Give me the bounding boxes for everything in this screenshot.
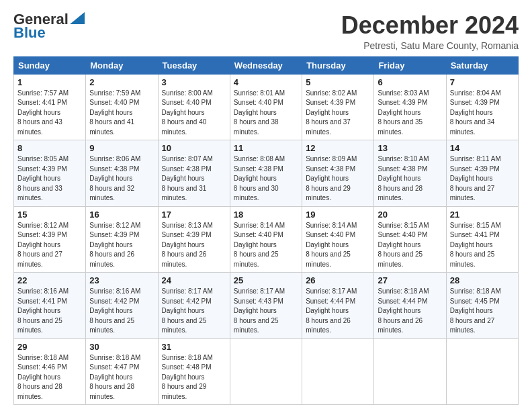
- day-number: 29: [17, 342, 82, 352]
- calendar-cell: 9 Sunrise: 8:06 AMSunset: 4:38 PMDayligh…: [86, 140, 158, 207]
- weekday-header-friday: Friday: [374, 56, 446, 74]
- day-number: 16: [89, 210, 154, 220]
- calendar-cell: 12 Sunrise: 8:09 AMSunset: 4:38 PMDaylig…: [302, 140, 374, 207]
- calendar-week-2: 8 Sunrise: 8:05 AMSunset: 4:39 PMDayligh…: [14, 140, 519, 207]
- day-info: Sunrise: 8:07 AMSunset: 4:38 PMDaylight …: [162, 155, 213, 201]
- day-number: 22: [17, 275, 82, 285]
- calendar-cell: 28 Sunrise: 8:18 AMSunset: 4:45 PMDaylig…: [446, 273, 518, 339]
- calendar-cell: [230, 338, 302, 405]
- title-block: December 2024 Petresti, Satu Mare County…: [341, 12, 519, 51]
- day-info: Sunrise: 8:11 AMSunset: 4:39 PMDaylight …: [450, 155, 501, 201]
- day-number: 27: [378, 275, 442, 285]
- calendar-cell: [374, 338, 446, 405]
- day-info: Sunrise: 8:15 AMSunset: 4:40 PMDaylight …: [378, 222, 429, 268]
- calendar-cell: 5 Sunrise: 8:02 AMSunset: 4:39 PMDayligh…: [302, 74, 374, 140]
- calendar-cell: 13 Sunrise: 8:10 AMSunset: 4:38 PMDaylig…: [374, 140, 446, 207]
- day-info: Sunrise: 8:09 AMSunset: 4:38 PMDaylight …: [306, 155, 357, 201]
- day-info: Sunrise: 8:18 AMSunset: 4:46 PMDaylight …: [17, 354, 69, 400]
- day-number: 18: [234, 210, 298, 220]
- weekday-header-monday: Monday: [86, 56, 158, 74]
- day-number: 5: [306, 77, 370, 87]
- day-info: Sunrise: 8:04 AMSunset: 4:39 PMDaylight …: [450, 89, 501, 136]
- day-info: Sunrise: 7:59 AMSunset: 4:40 PMDaylight …: [89, 89, 140, 136]
- day-info: Sunrise: 8:15 AMSunset: 4:41 PMDaylight …: [450, 222, 501, 268]
- day-number: 4: [234, 77, 298, 87]
- calendar-week-4: 22 Sunrise: 8:16 AMSunset: 4:41 PMDaylig…: [14, 273, 519, 339]
- calendar-cell: 30 Sunrise: 8:18 AMSunset: 4:47 PMDaylig…: [86, 338, 158, 405]
- logo-icon: [70, 12, 85, 24]
- day-info: Sunrise: 8:01 AMSunset: 4:40 PMDaylight …: [234, 89, 285, 136]
- day-number: 6: [378, 77, 442, 87]
- day-info: Sunrise: 8:12 AMSunset: 4:39 PMDaylight …: [89, 222, 140, 268]
- day-number: 26: [306, 275, 370, 285]
- calendar-cell: 8 Sunrise: 8:05 AMSunset: 4:39 PMDayligh…: [14, 140, 86, 207]
- day-number: 30: [89, 342, 154, 352]
- day-info: Sunrise: 8:05 AMSunset: 4:39 PMDaylight …: [17, 155, 69, 201]
- day-number: 28: [450, 275, 515, 285]
- day-number: 20: [378, 210, 442, 220]
- day-info: Sunrise: 8:17 AMSunset: 4:44 PMDaylight …: [306, 287, 357, 334]
- calendar-cell: 2 Sunrise: 7:59 AMSunset: 4:40 PMDayligh…: [86, 74, 158, 140]
- day-number: 19: [306, 210, 370, 220]
- day-info: Sunrise: 8:14 AMSunset: 4:40 PMDaylight …: [306, 222, 357, 268]
- day-number: 12: [306, 143, 370, 153]
- day-info: Sunrise: 8:14 AMSunset: 4:40 PMDaylight …: [234, 222, 285, 268]
- calendar-cell: 4 Sunrise: 8:01 AMSunset: 4:40 PMDayligh…: [230, 74, 302, 140]
- header: General Blue December 2024 Petresti, Sat…: [13, 12, 519, 51]
- day-info: Sunrise: 8:12 AMSunset: 4:39 PMDaylight …: [17, 222, 69, 268]
- day-number: 10: [162, 143, 226, 153]
- day-info: Sunrise: 8:03 AMSunset: 4:39 PMDaylight …: [378, 89, 429, 136]
- day-info: Sunrise: 8:08 AMSunset: 4:38 PMDaylight …: [234, 155, 285, 201]
- day-number: 8: [17, 143, 82, 153]
- day-info: Sunrise: 8:17 AMSunset: 4:42 PMDaylight …: [162, 287, 213, 334]
- day-info: Sunrise: 8:18 AMSunset: 4:44 PMDaylight …: [378, 287, 429, 334]
- calendar-cell: 19 Sunrise: 8:14 AMSunset: 4:40 PMDaylig…: [302, 206, 374, 273]
- calendar-cell: 31 Sunrise: 8:18 AMSunset: 4:48 PMDaylig…: [158, 338, 230, 405]
- logo-blue: Blue: [13, 26, 46, 40]
- day-number: 24: [162, 275, 226, 285]
- calendar-week-1: 1 Sunrise: 7:57 AMSunset: 4:41 PMDayligh…: [14, 74, 519, 140]
- location-subtitle: Petresti, Satu Mare County, Romania: [341, 40, 519, 51]
- calendar-cell: 27 Sunrise: 8:18 AMSunset: 4:44 PMDaylig…: [374, 273, 446, 339]
- calendar-cell: 1 Sunrise: 7:57 AMSunset: 4:41 PMDayligh…: [14, 74, 86, 140]
- logo: General Blue: [13, 12, 85, 40]
- calendar-cell: [446, 338, 518, 405]
- day-info: Sunrise: 8:16 AMSunset: 4:41 PMDaylight …: [17, 287, 69, 334]
- day-number: 31: [162, 342, 226, 352]
- day-info: Sunrise: 8:16 AMSunset: 4:42 PMDaylight …: [89, 287, 140, 334]
- calendar-cell: 23 Sunrise: 8:16 AMSunset: 4:42 PMDaylig…: [86, 273, 158, 339]
- calendar-cell: 10 Sunrise: 8:07 AMSunset: 4:38 PMDaylig…: [158, 140, 230, 207]
- calendar-cell: 20 Sunrise: 8:15 AMSunset: 4:40 PMDaylig…: [374, 206, 446, 273]
- weekday-header-wednesday: Wednesday: [230, 56, 302, 74]
- day-info: Sunrise: 8:06 AMSunset: 4:38 PMDaylight …: [89, 155, 140, 201]
- day-info: Sunrise: 8:13 AMSunset: 4:39 PMDaylight …: [162, 222, 213, 268]
- calendar-cell: 18 Sunrise: 8:14 AMSunset: 4:40 PMDaylig…: [230, 206, 302, 273]
- day-info: Sunrise: 8:18 AMSunset: 4:45 PMDaylight …: [450, 287, 501, 334]
- calendar-cell: 21 Sunrise: 8:15 AMSunset: 4:41 PMDaylig…: [446, 206, 518, 273]
- weekday-header-tuesday: Tuesday: [158, 56, 230, 74]
- svg-marker-0: [70, 12, 85, 24]
- day-number: 9: [89, 143, 154, 153]
- day-info: Sunrise: 8:02 AMSunset: 4:39 PMDaylight …: [306, 89, 357, 136]
- day-number: 15: [17, 210, 82, 220]
- day-number: 7: [450, 77, 515, 87]
- calendar-week-3: 15 Sunrise: 8:12 AMSunset: 4:39 PMDaylig…: [14, 206, 519, 273]
- calendar-table: SundayMondayTuesdayWednesdayThursdayFrid…: [13, 56, 519, 406]
- calendar-cell: 24 Sunrise: 8:17 AMSunset: 4:42 PMDaylig…: [158, 273, 230, 339]
- calendar-cell: 26 Sunrise: 8:17 AMSunset: 4:44 PMDaylig…: [302, 273, 374, 339]
- calendar-cell: 25 Sunrise: 8:17 AMSunset: 4:43 PMDaylig…: [230, 273, 302, 339]
- calendar-cell: 14 Sunrise: 8:11 AMSunset: 4:39 PMDaylig…: [446, 140, 518, 207]
- day-number: 1: [17, 77, 82, 87]
- day-number: 21: [450, 210, 515, 220]
- calendar-cell: 11 Sunrise: 8:08 AMSunset: 4:38 PMDaylig…: [230, 140, 302, 207]
- day-number: 2: [89, 77, 154, 87]
- weekday-header-sunday: Sunday: [14, 56, 86, 74]
- month-title: December 2024: [341, 12, 519, 39]
- calendar-cell: 3 Sunrise: 8:00 AMSunset: 4:40 PMDayligh…: [158, 74, 230, 140]
- calendar-cell: 6 Sunrise: 8:03 AMSunset: 4:39 PMDayligh…: [374, 74, 446, 140]
- weekday-header-thursday: Thursday: [302, 56, 374, 74]
- calendar-cell: [302, 338, 374, 405]
- page: General Blue December 2024 Petresti, Sat…: [0, 0, 532, 411]
- day-info: Sunrise: 7:57 AMSunset: 4:41 PMDaylight …: [17, 89, 69, 136]
- calendar-cell: 29 Sunrise: 8:18 AMSunset: 4:46 PMDaylig…: [14, 338, 86, 405]
